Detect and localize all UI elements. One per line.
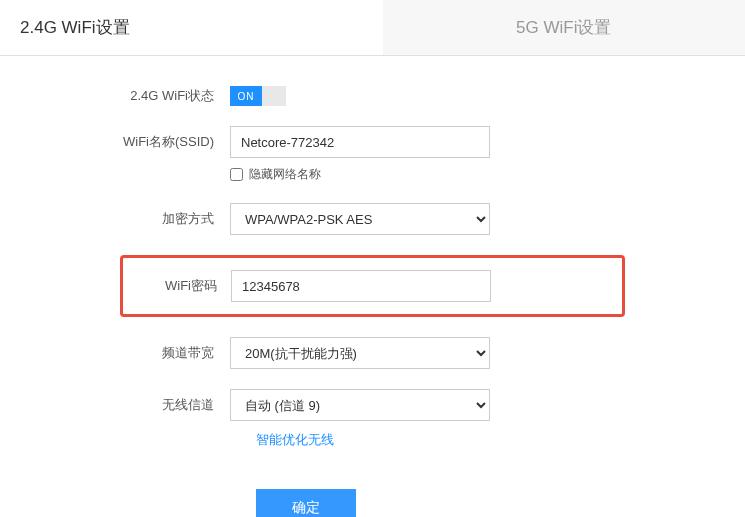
label-password: WiFi密码 <box>123 277 231 295</box>
wifi-status-toggle[interactable]: ON <box>230 86 286 106</box>
bandwidth-select[interactable]: 20M(抗干扰能力强) <box>230 337 490 369</box>
label-ssid: WiFi名称(SSID) <box>0 133 230 151</box>
optimize-wireless-link[interactable]: 智能优化无线 <box>256 432 334 447</box>
label-hide-ssid: 隐藏网络名称 <box>249 166 321 183</box>
toggle-thumb <box>262 86 286 106</box>
password-input[interactable] <box>231 270 491 302</box>
label-channel: 无线信道 <box>0 396 230 414</box>
ssid-input[interactable] <box>230 126 490 158</box>
submit-button[interactable]: 确定 <box>256 489 356 517</box>
tab-5g-wifi[interactable]: 5G WiFi设置 <box>383 0 746 55</box>
label-encryption: 加密方式 <box>0 210 230 228</box>
password-highlight: WiFi密码 <box>120 255 625 317</box>
encryption-select[interactable]: WPA/WPA2-PSK AES <box>230 203 490 235</box>
tab-24g-wifi[interactable]: 2.4G WiFi设置 <box>0 0 383 55</box>
hide-ssid-checkbox[interactable] <box>230 168 243 181</box>
toggle-on-label: ON <box>230 86 262 106</box>
label-wifi-status: 2.4G WiFi状态 <box>0 87 230 105</box>
channel-select[interactable]: 自动 (信道 9) <box>230 389 490 421</box>
label-bandwidth: 频道带宽 <box>0 344 230 362</box>
